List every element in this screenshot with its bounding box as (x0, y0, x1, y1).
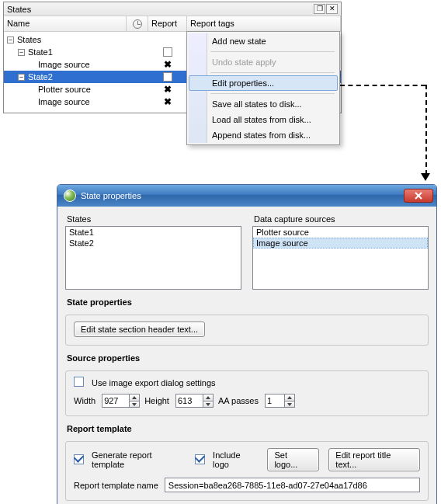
sources-list-label: Data capture sources (254, 214, 429, 224)
spin-up[interactable] (284, 394, 295, 401)
edit-header-button[interactable]: Edit state section header text... (74, 322, 205, 337)
menu-separator (210, 72, 335, 73)
list-item[interactable]: Plotter source (253, 227, 428, 238)
state-properties-heading: State properties (67, 297, 429, 307)
column-time[interactable] (127, 16, 148, 31)
dialog-titlebar: State properties (57, 185, 436, 207)
dialog-title: State properties (81, 191, 141, 200)
panel-restore-button[interactable]: ❐ (314, 4, 325, 14)
spin-down[interactable] (129, 401, 140, 408)
collapse-icon[interactable]: − (18, 49, 25, 56)
include-logo-checkbox[interactable] (195, 454, 205, 464)
x-icon: ✖ (164, 97, 172, 106)
menu-separator (210, 51, 335, 52)
list-item[interactable]: State2 (66, 238, 241, 249)
chevron-up-icon (132, 396, 137, 399)
list-item[interactable]: State1 (66, 227, 241, 238)
report-template-heading: Report template (67, 424, 429, 433)
edit-title-button[interactable]: Edit report title text... (328, 448, 420, 471)
width-label: Width (74, 396, 95, 405)
include-logo-label: Include logo (213, 450, 258, 469)
template-name-input[interactable] (165, 478, 420, 492)
report-checkbox[interactable] (163, 72, 172, 82)
chevron-down-icon (287, 403, 292, 406)
states-listbox[interactable]: State1 State2 (65, 226, 241, 290)
template-name-label: Report template name (74, 481, 158, 490)
column-report[interactable]: Report (148, 16, 187, 31)
source-properties-section: Use image export dialog settings Width H… (65, 370, 429, 416)
tree-label: Image source (38, 60, 90, 69)
collapse-icon[interactable]: − (7, 36, 14, 43)
tree-header: Name Report Report tags (4, 16, 341, 32)
chevron-up-icon (206, 396, 210, 399)
menu-save-all[interactable]: Save all states to disk... (189, 96, 338, 112)
arrow-vertical (425, 85, 427, 175)
column-report-tags[interactable]: Report tags (187, 16, 341, 31)
width-input[interactable] (102, 394, 130, 408)
menu-load-all[interactable]: Load all states from disk... (189, 112, 338, 127)
tree-label: State1 (28, 47, 53, 57)
spin-down[interactable] (284, 401, 295, 408)
x-icon: ✖ (164, 85, 172, 94)
menu-separator (210, 93, 335, 94)
dialog-close-button[interactable] (404, 189, 433, 203)
use-export-checkbox[interactable] (74, 377, 84, 387)
source-properties-heading: Source properties (67, 353, 429, 363)
chevron-down-icon (132, 403, 137, 406)
arrow-horizontal (340, 85, 425, 86)
arrow-head-icon (421, 173, 430, 181)
tree-label: Plotter source (38, 85, 91, 94)
tree-label: State2 (28, 72, 53, 82)
tree-label: States (17, 35, 41, 44)
menu-undo-state: Undo state apply (189, 54, 338, 70)
x-icon: ✖ (164, 60, 172, 69)
aa-label: AA passes (218, 396, 259, 405)
height-stepper[interactable] (175, 394, 214, 408)
close-icon (415, 192, 422, 200)
list-item[interactable]: Image source (253, 238, 428, 249)
use-export-label: Use image export dialog settings (92, 378, 216, 388)
panel-close-button[interactable]: ✕ (326, 4, 338, 14)
panel-title: States (7, 5, 31, 14)
chevron-down-icon (206, 403, 210, 406)
state-properties-dialog: State properties States State1 State2 Da… (57, 184, 437, 504)
collapse-icon[interactable]: − (18, 74, 25, 81)
spin-up[interactable] (203, 394, 214, 401)
spin-up[interactable] (129, 394, 140, 401)
chevron-up-icon (287, 396, 292, 399)
context-menu: Add new state Undo state apply Edit prop… (186, 31, 340, 145)
sources-listbox[interactable]: Plotter source Image source (252, 226, 429, 290)
width-stepper[interactable] (102, 394, 140, 408)
report-checkbox[interactable] (163, 47, 172, 57)
panel-titlebar: States ❐ ✕ (4, 2, 341, 16)
menu-append[interactable]: Append states from disk... (189, 127, 338, 143)
spin-down[interactable] (203, 401, 214, 408)
column-name[interactable]: Name (4, 16, 127, 31)
set-logo-button[interactable]: Set logo... (267, 448, 319, 471)
state-properties-section: Edit state section header text... (65, 315, 429, 346)
clock-icon (133, 19, 142, 29)
menu-edit-properties[interactable]: Edit properties... (189, 75, 338, 91)
height-input[interactable] (175, 394, 203, 408)
states-list-label: States (67, 214, 241, 224)
aa-input[interactable] (265, 394, 285, 408)
aa-stepper[interactable] (265, 394, 295, 408)
tree-label: Image source (38, 97, 90, 106)
generate-template-checkbox[interactable] (74, 454, 84, 464)
generate-template-label: Generate report template (92, 450, 186, 469)
menu-add-state[interactable]: Add new state (189, 33, 338, 49)
app-icon (64, 189, 76, 202)
height-label: Height (144, 396, 169, 405)
report-template-section: Generate report template Include logo Se… (65, 441, 429, 501)
